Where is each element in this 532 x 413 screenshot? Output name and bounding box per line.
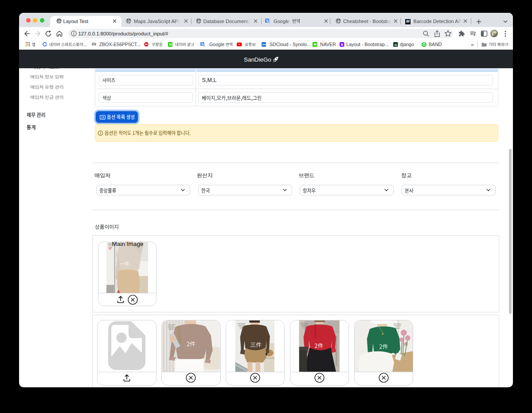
svg-text:dj: dj <box>395 43 397 46</box>
svg-text:B: B <box>341 43 344 47</box>
svg-text:DSM: DSM <box>262 43 266 46</box>
